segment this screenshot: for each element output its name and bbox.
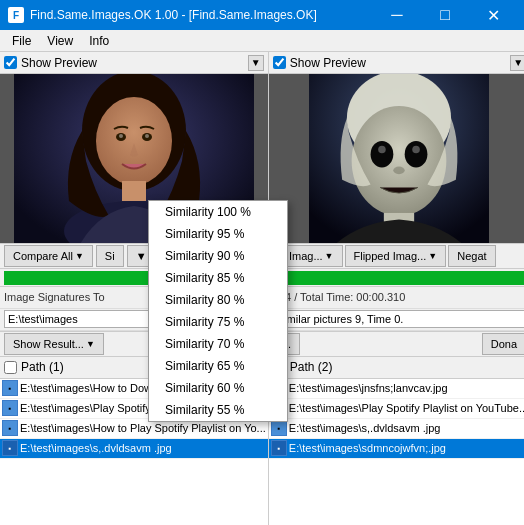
right-image-svg (309, 74, 489, 243)
compare-all-btn[interactable]: Compare All ▼ (4, 245, 93, 267)
menu-info[interactable]: Info (81, 32, 117, 50)
similarity-85[interactable]: Similarity 85 % (149, 267, 287, 289)
dona-btn[interactable]: Dona (482, 333, 524, 355)
left-path-checkbox[interactable] (4, 361, 17, 374)
right-image (309, 74, 489, 243)
left-preview-label: Show Preview (21, 56, 248, 70)
svg-point-13 (405, 141, 428, 168)
similarity-dropdown: Similarity 100 % Similarity 95 % Similar… (148, 200, 288, 422)
app-icon: F (8, 7, 24, 23)
right-panel: Show Preview ▼ (269, 52, 524, 525)
flipped-imag-btn[interactable]: Flipped Imag... ▼ (345, 245, 447, 267)
show-result-btn[interactable]: Show Result... ▼ (4, 333, 104, 355)
menu-bar: File View Info (0, 30, 524, 52)
show-result-label: Show Result... (13, 338, 84, 350)
compare-all-label: Compare All (13, 250, 73, 262)
right-preview-checkbox[interactable] (273, 56, 286, 69)
right-preview-label: Show Preview (290, 56, 510, 70)
title-controls: ─ □ ✕ (374, 0, 516, 30)
right-preview-dropdown[interactable]: ▼ (510, 55, 524, 71)
right-toolbar: d Imag... ▼ Flipped Imag... ▼ Negat (269, 243, 524, 269)
right-path-list: ▪ E:\test\images\jnsfns;lanvcav.jpg ▪ E:… (269, 379, 524, 526)
svg-point-14 (379, 145, 387, 153)
similarity-60[interactable]: Similarity 60 % (149, 377, 287, 399)
title-bar: F Find.Same.Images.OK 1.00 - [Find.Same.… (0, 0, 524, 30)
svg-point-2 (96, 97, 172, 185)
similarity-75[interactable]: Similarity 75 % (149, 311, 287, 333)
similarity-95[interactable]: Similarity 95 % (149, 223, 287, 245)
show-result-arrow: ▼ (86, 339, 95, 349)
flipped-imag-arrow: ▼ (428, 251, 437, 261)
right-similar-input[interactable] (273, 310, 524, 328)
right-progress-bar (273, 271, 524, 285)
right-info-row: 884 / Total Time: 00:00.310 (269, 287, 524, 309)
file-icon: ▪ (2, 440, 18, 456)
minimize-button[interactable]: ─ (374, 0, 420, 30)
svg-point-6 (145, 134, 149, 138)
menu-view[interactable]: View (39, 32, 81, 50)
similarity-70[interactable]: Similarity 70 % (149, 333, 287, 355)
svg-point-12 (371, 141, 394, 168)
svg-point-11 (352, 106, 447, 216)
si-btn[interactable]: Si (96, 245, 124, 267)
similarity-65[interactable]: Similarity 65 % (149, 355, 287, 377)
similarity-80[interactable]: Similarity 80 % (149, 289, 287, 311)
close-button[interactable]: ✕ (470, 0, 516, 30)
right-path-section: Path (2) ▪ E:\test\images\jnsfns;lanvcav… (269, 357, 524, 526)
list-item[interactable]: ▪ E:\test\images\s,.dvldsavm .jpg (0, 439, 268, 459)
left-preview-dropdown[interactable]: ▼ (248, 55, 264, 71)
path-text: E:\test\images\s,.dvldsavm .jpg (289, 422, 441, 434)
left-path-header-label: Path (1) (21, 360, 64, 374)
window-title: Find.Same.Images.OK 1.00 - [Find.Same.Im… (30, 8, 317, 22)
title-bar-left: F Find.Same.Images.OK 1.00 - [Find.Same.… (8, 7, 317, 23)
maximize-button[interactable]: □ (422, 0, 468, 30)
left-preview-bar: Show Preview ▼ (0, 52, 268, 74)
left-preview-checkbox[interactable] (4, 56, 17, 69)
left-info-label: Image Signatures To (4, 291, 105, 303)
d-imag-arrow: ▼ (325, 251, 334, 261)
list-item[interactable]: ▪ E:\test\images\jnsfns;lanvcav.jpg (269, 379, 524, 399)
compare-all-arrow: ▼ (75, 251, 84, 261)
path-text: E:\test\images\sdmncojwfvn;.jpg (289, 442, 446, 454)
svg-point-5 (119, 134, 123, 138)
app-window: F Find.Same.Images.OK 1.00 - [Find.Same.… (0, 0, 524, 525)
file-icon: ▪ (271, 420, 287, 436)
right-info-label: 884 / Total Time: 00:00.310 (273, 291, 406, 303)
similarity-90[interactable]: Similarity 90 % (149, 245, 287, 267)
negat-btn[interactable]: Negat (448, 245, 495, 267)
list-item[interactable]: ▪ E:\test\images\Play Spotify Playlist o… (269, 399, 524, 419)
flipped-imag-label: Flipped Imag... (354, 250, 427, 262)
right-dots-toolbar: ... Dona (269, 331, 524, 357)
right-similar-row (269, 309, 524, 331)
path-text: E:\test\images\How to Play Spotify Playl… (20, 422, 266, 434)
path-text: E:\test\images\jnsfns;lanvcav.jpg (289, 382, 448, 394)
file-icon: ▪ (2, 420, 18, 436)
right-progress-container (269, 269, 524, 287)
right-preview-bar: Show Preview ▼ (269, 52, 524, 74)
right-path-header: Path (2) (269, 357, 524, 379)
right-image-preview (269, 74, 524, 243)
file-icon: ▪ (2, 380, 18, 396)
svg-rect-7 (122, 181, 146, 201)
file-icon: ▪ (2, 400, 18, 416)
similarity-100[interactable]: Similarity 100 % (149, 201, 287, 223)
menu-file[interactable]: File (4, 32, 39, 50)
list-item[interactable]: ▪ E:\test\images\sdmncojwfvn;.jpg (269, 439, 524, 459)
right-path-header-label: Path (2) (290, 360, 333, 374)
svg-point-15 (413, 145, 421, 153)
svg-point-16 (394, 166, 405, 174)
path-text: E:\test\images\Play Spotify Playlist on … (289, 402, 524, 414)
similarity-55[interactable]: Similarity 55 % (149, 399, 287, 421)
file-icon: ▪ (271, 440, 287, 456)
path-text: E:\test\images\s,.dvldsavm .jpg (20, 442, 172, 454)
list-item[interactable]: ▪ E:\test\images\s,.dvldsavm .jpg (269, 419, 524, 439)
